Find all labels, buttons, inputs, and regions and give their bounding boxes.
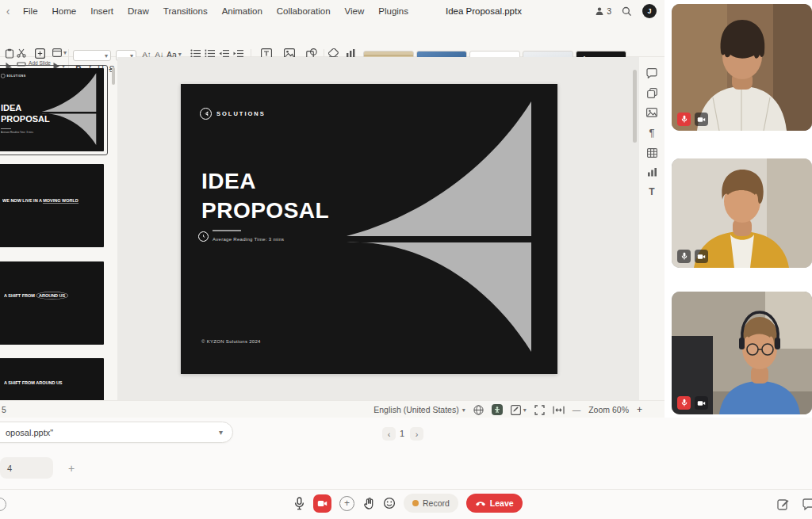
zoom-level-label: Zoom 60% <box>588 405 629 414</box>
menu-transitions[interactable]: Transitions <box>156 6 215 16</box>
participant-art <box>672 4 812 131</box>
menu-home[interactable]: Home <box>45 6 84 16</box>
participant-video-1[interactable] <box>672 4 812 131</box>
layout-icon <box>52 48 62 57</box>
menu-file[interactable]: File <box>16 6 45 16</box>
mic-muted-icon <box>677 113 691 126</box>
slide-logo-shapes[interactable] <box>181 84 557 374</box>
record-dot-icon <box>412 500 419 506</box>
thumb-text: WE NOW LIVE IN A <box>2 198 43 203</box>
thumb-divider <box>1 128 11 129</box>
accessibility-icon[interactable] <box>492 404 503 415</box>
leave-label: Leave <box>490 498 514 508</box>
notes-icon[interactable] <box>777 498 790 511</box>
menu-collaboration[interactable]: Collaboration <box>270 6 338 16</box>
slide-thumbnail-2[interactable]: WE NOW LIVE IN A MOVING WORLD <box>0 164 104 247</box>
chevron-down-icon: ▾ <box>523 406 527 414</box>
canvas-scrollbar[interactable] <box>633 70 637 143</box>
slide-canvas-area: SOLUTIONS IDEA PROPOSAL Average Reading … <box>117 57 639 400</box>
slide-layout-button[interactable]: ▾ <box>52 48 67 57</box>
panel-scrollbar[interactable] <box>112 67 115 85</box>
thumb-text: A SHIFT FROM AROUND US <box>4 380 63 385</box>
slide-thumbnail-1[interactable]: SOLUTIONS IDEA PROPOSAL Average Reading … <box>0 68 104 151</box>
thumb-text-highlight: MOVING WORLD <box>43 198 79 204</box>
leave-button[interactable]: Leave <box>466 494 523 513</box>
menu-plugins[interactable]: Plugins <box>371 6 416 16</box>
collaborators-count: 3 <box>607 6 611 16</box>
table-tool-icon[interactable] <box>647 148 657 158</box>
slide-thumbnail-3[interactable]: A SHIFT FROM AROUND US <box>0 261 104 345</box>
back-icon[interactable]: ‹ <box>0 5 16 17</box>
quick-actions-button[interactable]: ▾ <box>511 405 527 415</box>
globe-icon[interactable] <box>473 405 484 415</box>
slide-thumbnails-panel: SOLUTIONS IDEA PROPOSAL Average Reading … <box>0 57 117 400</box>
menu-bar: ‹ File Home Insert Draw Transitions Anim… <box>0 0 665 22</box>
brand-logo-icon <box>1 74 6 78</box>
language-selector[interactable]: English (United States) ▾ <box>373 405 465 414</box>
camera-off-button[interactable] <box>313 494 331 513</box>
menu-animation[interactable]: Animation <box>215 6 270 16</box>
participant-status-badges <box>677 113 708 126</box>
participant-video-3[interactable] <box>672 292 812 414</box>
chat-icon[interactable] <box>802 498 812 510</box>
language-label: English (United States) <box>373 405 458 414</box>
record-button[interactable]: Record <box>404 494 458 513</box>
phone-hangup-icon <box>475 500 486 507</box>
thumb-title-line2: PROPOSAL <box>1 114 50 124</box>
brand-lockup[interactable]: SOLUTIONS <box>200 108 266 120</box>
zoom-out-button[interactable]: — <box>573 405 581 414</box>
pen-square-icon <box>511 405 521 415</box>
camera-icon <box>317 499 327 508</box>
record-label: Record <box>423 498 450 508</box>
camera-icon <box>695 250 708 263</box>
call-bar-divider <box>0 489 812 490</box>
add-tab-button[interactable]: + <box>63 457 79 479</box>
participant-video-2[interactable] <box>672 158 812 268</box>
brand-name: SOLUTIONS <box>216 110 266 117</box>
zoom-in-button[interactable]: + <box>637 404 642 415</box>
reading-time-text[interactable]: Average Reading Time: 3 mins <box>213 237 284 242</box>
participant-status-badges <box>677 396 708 410</box>
tab-4[interactable]: 4 <box>0 457 53 479</box>
raise-hand-button[interactable] <box>362 497 375 510</box>
search-icon[interactable] <box>622 6 632 17</box>
reactions-button[interactable] <box>383 497 396 509</box>
chevron-down-icon: ▾ <box>462 406 465 414</box>
chevron-down-icon: ▾ <box>219 428 223 437</box>
slide-title[interactable]: IDEA PROPOSAL <box>201 166 329 225</box>
tab-label: 4 <box>7 464 12 473</box>
slide-thumbnail-4[interactable]: A SHIFT FROM AROUND US <box>0 358 104 400</box>
slide-title-line1: IDEA <box>201 166 329 196</box>
fullscreen-icon[interactable] <box>534 405 545 415</box>
reading-time-divider <box>213 230 241 231</box>
brand-name: SOLUTIONS <box>7 74 26 77</box>
thumb-title-line1: IDEA <box>1 103 21 113</box>
paragraph-tool-icon[interactable]: ¶ <box>649 127 655 139</box>
duplicate-icon[interactable] <box>647 88 657 98</box>
menu-view[interactable]: View <box>338 6 372 16</box>
chart-tool-icon[interactable] <box>647 167 657 177</box>
plus-icon: + <box>344 498 350 509</box>
menu-draw[interactable]: Draw <box>121 6 156 16</box>
partial-left-icon[interactable] <box>0 498 6 511</box>
previous-page-button[interactable]: ‹ <box>382 427 396 441</box>
microphone-button[interactable] <box>293 497 305 510</box>
thumb-meta: Average Reading Time: 3 mins <box>1 131 33 133</box>
selected-slide-ring: SOLUTIONS IDEA PROPOSAL Average Reading … <box>0 65 108 155</box>
next-page-button[interactable]: › <box>410 427 423 441</box>
avatar[interactable]: J <box>642 4 657 18</box>
comments-icon[interactable] <box>646 68 657 78</box>
shared-file-dropdown[interactable]: oposal.pptx" ▾ <box>0 422 233 443</box>
menu-insert[interactable]: Insert <box>83 6 121 16</box>
camera-icon <box>695 396 708 410</box>
copyright-text[interactable]: © KYZON Solutions 2024 <box>201 339 261 344</box>
slide-canvas[interactable]: SOLUTIONS IDEA PROPOSAL Average Reading … <box>181 84 557 374</box>
collaborators-button[interactable]: 3 <box>595 6 611 16</box>
add-to-call-button[interactable]: + <box>339 496 354 511</box>
text-tool-icon[interactable]: T <box>649 186 654 197</box>
presentation-editor: ‹ File Home Insert Draw Transitions Anim… <box>0 0 665 418</box>
brand-logo-icon <box>200 108 212 120</box>
image-tool-icon[interactable] <box>646 108 657 117</box>
fit-width-icon[interactable] <box>553 406 565 414</box>
call-controls: + Record Leave <box>293 494 523 513</box>
